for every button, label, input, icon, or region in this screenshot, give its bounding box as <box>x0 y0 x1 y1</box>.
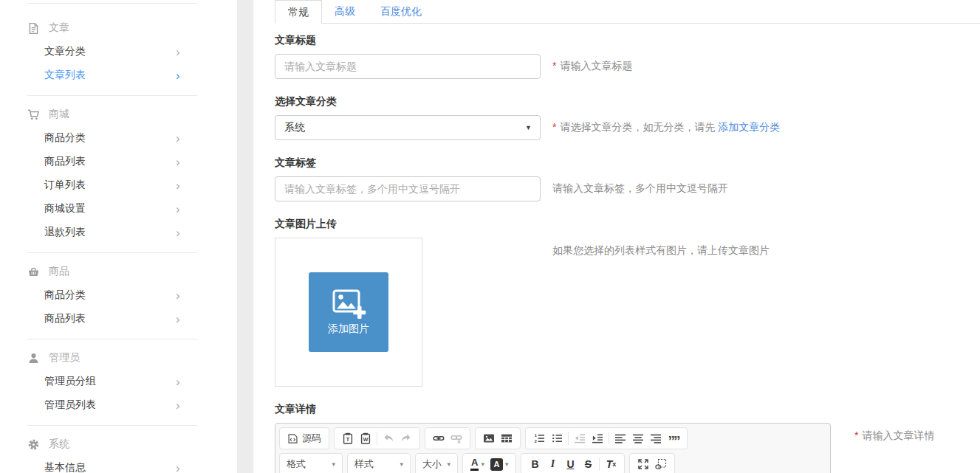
indent-icon[interactable] <box>589 429 606 447</box>
sidebar-section-goods-header[interactable]: 商品 <box>0 260 237 283</box>
article-image-hint: 如果您选择的列表样式有图片，请上传文章图片 <box>552 238 770 258</box>
item-label: 基本信息 <box>44 461 86 473</box>
chevron-right-icon: › <box>176 289 180 302</box>
tab-general[interactable]: 常规 <box>275 0 322 24</box>
undo-icon[interactable] <box>380 429 397 447</box>
sidebar-item-article-list[interactable]: 文章列表 › <box>0 63 237 87</box>
outdent-icon[interactable] <box>571 429 589 447</box>
required-marker: * <box>854 429 858 441</box>
toolbar-separator <box>377 432 377 445</box>
show-blocks-icon[interactable] <box>652 455 670 473</box>
background-color-icon[interactable]: A ▾ <box>487 458 512 471</box>
mall-icon <box>27 108 40 121</box>
bold-icon[interactable]: B <box>526 455 544 473</box>
item-label: 文章列表 <box>44 69 86 82</box>
add-image-button[interactable]: 添加图片 <box>309 272 388 352</box>
styles-dropdown[interactable]: 样式 ▾ <box>347 453 411 473</box>
sidebar-item-article-category[interactable]: 文章分类 › <box>0 40 237 63</box>
toolbar-group-source: 源码 <box>279 427 329 449</box>
chevron-right-icon: › <box>176 399 180 412</box>
article-title-hint: *请输入文章标题 <box>552 60 632 73</box>
toolbar-group-colors: A ▾ A ▾ <box>462 453 516 473</box>
hint-text: 请输入文章标题 <box>560 60 632 72</box>
section-label: 系统 <box>49 438 69 451</box>
align-center-icon[interactable] <box>629 429 647 447</box>
sidebar-section-system-header[interactable]: 系统 <box>0 432 237 456</box>
article-category-hint: *请选择文章分类，如无分类，请先 添加文章分类 <box>552 121 780 134</box>
numbered-list-icon[interactable]: 12 <box>530 429 548 447</box>
item-label: 管理员分组 <box>44 375 96 388</box>
sidebar-section-article-header[interactable]: 文章 <box>0 16 237 40</box>
chevron-right-icon: › <box>176 313 180 325</box>
remove-format-icon[interactable]: Tx <box>602 455 620 473</box>
article-tags-row: 请输入文章标签，多个用中文逗号隔开 <box>275 176 980 201</box>
redo-icon[interactable] <box>397 429 415 447</box>
chevron-right-icon: › <box>176 179 180 192</box>
sidebar-item-admin-list[interactable]: 管理员列表 › <box>0 393 237 417</box>
source-label: 源码 <box>302 432 321 445</box>
toolbar-group-links <box>425 427 470 449</box>
blockquote-icon[interactable]: ”” <box>665 429 682 447</box>
sidebar-content-gutter <box>237 0 253 473</box>
chevron-right-icon: › <box>176 156 180 168</box>
add-image-label: 添加图片 <box>328 322 369 336</box>
tab-bar: 常规 高级 百度优化 <box>275 0 980 24</box>
sidebar-section-admin-header[interactable]: 管理员 <box>0 346 237 370</box>
sidebar-item-mall-settings[interactable]: 商城设置 › <box>0 197 237 221</box>
tab-baidu-seo[interactable]: 百度优化 <box>368 0 434 23</box>
sidebar-section-goods: 商品 商品分类 › 商品列表 › <box>0 253 237 339</box>
item-label: 商品分类 <box>44 131 86 145</box>
underline-icon[interactable]: U <box>561 455 579 473</box>
hint-text: 如果您选择的列表样式有图片，请上传文章图片 <box>552 244 770 256</box>
format-dropdown[interactable]: 格式 ▾ <box>279 453 343 473</box>
strikethrough-icon[interactable]: S <box>579 455 597 473</box>
sidebar-item-product-list[interactable]: 商品列表 › <box>0 307 237 331</box>
svg-text:1: 1 <box>535 433 537 438</box>
add-category-link[interactable]: 添加文章分类 <box>718 121 780 133</box>
item-label: 商品列表 <box>44 155 86 168</box>
sidebar-item-order-list[interactable]: 订单列表 › <box>0 173 237 197</box>
source-button[interactable]: 源码 <box>284 432 324 445</box>
sidebar-section-mall-header[interactable]: 商城 <box>0 103 237 126</box>
font-size-dropdown[interactable]: 大小 ▾ <box>415 453 458 473</box>
chevron-right-icon: › <box>176 132 180 145</box>
maximize-icon[interactable] <box>634 455 652 473</box>
unlink-icon[interactable] <box>448 429 465 447</box>
editor-toolbar-row-2: 格式 ▾ 样式 ▾ 大小 ▾ A ▾ A <box>279 453 826 473</box>
sidebar-item-basic-info[interactable]: 基本信息 › <box>0 456 237 473</box>
image-upload-dropzone: 添加图片 <box>275 238 422 387</box>
article-tags-input[interactable] <box>275 176 541 201</box>
sidebar-item-goods-category[interactable]: 商品分类 › <box>0 126 237 150</box>
article-category-label: 选择文章分类 <box>275 95 980 108</box>
chevron-right-icon: › <box>176 46 180 58</box>
svg-text:2: 2 <box>535 439 537 443</box>
table-icon[interactable] <box>498 429 515 447</box>
item-label: 商品列表 <box>44 312 86 325</box>
article-category-select[interactable]: 系统 ▼ <box>275 115 541 140</box>
svg-text:T: T <box>346 436 350 443</box>
sidebar-item-admin-group[interactable]: 管理员分组 › <box>0 370 237 393</box>
item-label: 商品分类 <box>44 289 86 302</box>
required-marker: * <box>552 60 556 72</box>
sidebar-item-refund-list[interactable]: 退款列表 › <box>0 221 237 244</box>
source-icon <box>287 433 298 444</box>
rich-text-editor: 源码 T W <box>275 423 831 473</box>
bulleted-list-icon[interactable] <box>548 429 566 447</box>
link-icon[interactable] <box>430 429 448 447</box>
chevron-right-icon: › <box>176 462 180 473</box>
tab-advanced[interactable]: 高级 <box>322 0 368 23</box>
align-left-icon[interactable] <box>611 429 629 447</box>
article-title-input[interactable] <box>275 54 541 79</box>
article-category-row: 系统 ▼ *请选择文章分类，如无分类，请先 添加文章分类 <box>275 115 980 140</box>
image-icon[interactable] <box>480 429 498 447</box>
article-title-row: *请输入文章标题 <box>275 54 980 79</box>
hint-text: 请输入文章标签，多个用中文逗号隔开 <box>552 182 728 194</box>
sidebar-item-product-category[interactable]: 商品分类 › <box>0 283 237 307</box>
paste-text-icon[interactable]: T <box>339 429 357 447</box>
sidebar-item-goods-list[interactable]: 商品列表 › <box>0 150 237 173</box>
align-right-icon[interactable] <box>647 429 665 447</box>
text-color-icon[interactable]: A ▾ <box>467 458 487 470</box>
paste-word-icon[interactable]: W <box>357 429 374 447</box>
article-detail-row: 源码 T W <box>275 423 980 473</box>
italic-icon[interactable]: I <box>544 455 561 473</box>
